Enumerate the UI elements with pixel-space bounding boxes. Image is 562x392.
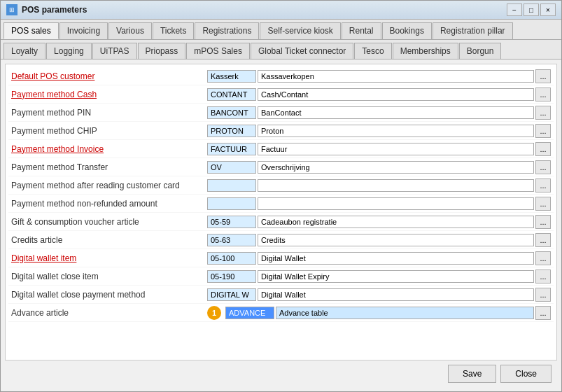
row-fields: ... bbox=[207, 124, 551, 138]
code-input[interactable] bbox=[207, 252, 256, 265]
name-input[interactable] bbox=[258, 106, 534, 119]
browse-button[interactable]: ... bbox=[535, 306, 551, 320]
save-button[interactable]: Save bbox=[448, 365, 496, 383]
row-fields: ... bbox=[207, 106, 551, 120]
table-row: Advance article1... bbox=[8, 304, 554, 322]
tab2-loyalty[interactable]: Loyalty bbox=[3, 43, 45, 59]
name-input[interactable] bbox=[258, 234, 534, 246]
row-label: Digital wallet close payment method bbox=[11, 290, 207, 300]
code-input[interactable] bbox=[207, 216, 256, 228]
window-controls: − □ × bbox=[507, 4, 556, 16]
code-input[interactable] bbox=[207, 161, 256, 174]
browse-button[interactable]: ... bbox=[535, 270, 551, 284]
maximize-button[interactable]: □ bbox=[524, 4, 539, 16]
code-input[interactable] bbox=[207, 106, 256, 119]
name-input[interactable] bbox=[258, 179, 534, 192]
browse-button[interactable]: ... bbox=[535, 178, 551, 192]
table-row: Gift & consumption voucher article... bbox=[8, 213, 554, 231]
tab2-logging[interactable]: Logging bbox=[46, 43, 92, 59]
row-fields: ... bbox=[207, 270, 551, 284]
tab2-uitpas[interactable]: UiTPAS bbox=[92, 43, 137, 59]
name-input[interactable] bbox=[258, 197, 534, 210]
table-row: Payment method after reading customer ca… bbox=[8, 176, 554, 195]
tab-bookings[interactable]: Bookings bbox=[382, 22, 432, 39]
code-input[interactable] bbox=[207, 288, 256, 301]
browse-button[interactable]: ... bbox=[535, 197, 551, 211]
name-input[interactable] bbox=[258, 270, 534, 283]
name-input[interactable] bbox=[258, 143, 534, 155]
tabs-row2: LoyaltyLoggingUiTPASPriopassmPOS SalesGl… bbox=[1, 40, 561, 59]
browse-button[interactable]: ... bbox=[535, 233, 551, 247]
tab2-tesco[interactable]: Tesco bbox=[354, 43, 391, 59]
browse-button[interactable]: ... bbox=[535, 106, 551, 120]
code-input[interactable] bbox=[207, 234, 256, 246]
tab-various[interactable]: Various bbox=[108, 22, 152, 39]
name-input[interactable] bbox=[258, 216, 534, 228]
row-label: Gift & consumption voucher article bbox=[11, 217, 207, 227]
browse-button[interactable]: ... bbox=[535, 142, 551, 156]
code-input[interactable] bbox=[207, 125, 256, 137]
row-label[interactable]: Payment method Cash bbox=[11, 90, 207, 99]
code-input[interactable] bbox=[207, 88, 256, 101]
row-fields: ... bbox=[207, 215, 551, 229]
tab2-priopass[interactable]: Priopass bbox=[138, 43, 186, 59]
tab2-global-ticket-connector[interactable]: Global Ticket connector bbox=[251, 43, 353, 59]
row-label[interactable]: Payment method Invoice bbox=[11, 144, 207, 154]
code-input[interactable] bbox=[207, 197, 256, 210]
row-label: Payment method PIN bbox=[11, 108, 207, 118]
row-fields: ... bbox=[207, 88, 551, 102]
tab-self-service-kiosk[interactable]: Self-service kiosk bbox=[260, 22, 340, 39]
browse-button[interactable]: ... bbox=[535, 215, 551, 229]
browse-button[interactable]: ... bbox=[535, 288, 551, 302]
name-input[interactable] bbox=[258, 88, 534, 101]
table-row: Digital wallet close item... bbox=[8, 267, 554, 286]
pos-parameters-window: ⊞ POS parameters − □ × POS salesInvoicin… bbox=[0, 0, 562, 392]
code-input[interactable] bbox=[207, 70, 256, 83]
browse-button[interactable]: ... bbox=[535, 160, 551, 174]
tab-registrations[interactable]: Registrations bbox=[195, 22, 259, 39]
browse-button[interactable]: ... bbox=[535, 124, 551, 138]
table-row: Payment method Transfer... bbox=[8, 158, 554, 176]
close-button[interactable]: × bbox=[540, 4, 556, 16]
name-input[interactable] bbox=[258, 161, 534, 174]
row-label[interactable]: Digital wallet item bbox=[11, 253, 207, 263]
tab2-mpos-sales[interactable]: mPOS Sales bbox=[186, 43, 250, 59]
row-label: Credits article bbox=[11, 235, 207, 245]
footer: Save Close bbox=[5, 360, 557, 387]
minimize-button[interactable]: − bbox=[507, 4, 522, 16]
browse-button[interactable]: ... bbox=[535, 251, 551, 265]
code-input[interactable] bbox=[207, 143, 256, 155]
title-bar-left: ⊞ POS parameters bbox=[6, 4, 87, 15]
row-fields: ... bbox=[207, 288, 551, 302]
browse-button[interactable]: ... bbox=[535, 88, 551, 102]
name-input[interactable] bbox=[258, 70, 534, 83]
browse-button[interactable]: ... bbox=[535, 69, 551, 83]
name-input[interactable] bbox=[258, 252, 534, 265]
code-input[interactable] bbox=[207, 270, 256, 283]
code-input[interactable] bbox=[207, 179, 256, 192]
row-label[interactable]: Default POS customer bbox=[11, 71, 207, 81]
tab-tickets[interactable]: Tickets bbox=[153, 22, 195, 39]
tab-pos-sales[interactable]: POS sales bbox=[3, 22, 59, 39]
close-button[interactable]: Close bbox=[500, 365, 552, 383]
name-input[interactable] bbox=[258, 125, 534, 137]
table-row: Payment method CHIP... bbox=[8, 122, 554, 140]
name-input[interactable] bbox=[276, 307, 534, 319]
row-fields: ... bbox=[207, 69, 551, 83]
tabs-row1: POS salesInvoicingVariousTicketsRegistra… bbox=[1, 20, 561, 40]
tab-rental[interactable]: Rental bbox=[342, 22, 381, 39]
table-row: Default POS customer... bbox=[8, 67, 554, 85]
tab2-borgun[interactable]: Borgun bbox=[459, 43, 502, 59]
name-input[interactable] bbox=[258, 288, 534, 301]
row-fields: ... bbox=[207, 197, 551, 211]
code-input[interactable] bbox=[225, 307, 274, 319]
tab-invoicing[interactable]: Invoicing bbox=[59, 22, 108, 39]
row-label: Advance article bbox=[11, 308, 207, 318]
tab2-memberships[interactable]: Memberships bbox=[393, 43, 458, 59]
row-fields: ... bbox=[207, 251, 551, 265]
row-fields: ... bbox=[207, 160, 551, 174]
table-row: Credits article... bbox=[8, 231, 554, 249]
tab-registration-pillar[interactable]: Registration pillar bbox=[433, 22, 513, 39]
table-row: Digital wallet item... bbox=[8, 249, 554, 267]
row-fields: 1... bbox=[207, 306, 551, 320]
